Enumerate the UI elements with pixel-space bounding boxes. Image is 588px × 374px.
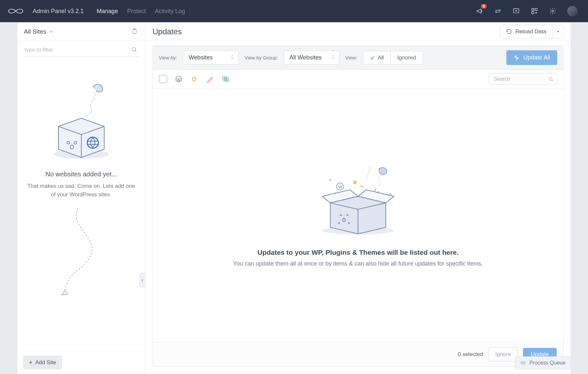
- main-empty-title: Updates to your WP, Plugins & Themes wil…: [257, 249, 459, 256]
- search-icon: [131, 47, 137, 54]
- sort-icon: [331, 54, 335, 61]
- selected-count: 0 selected: [458, 351, 483, 358]
- user-avatar[interactable]: [567, 6, 578, 16]
- filter-bar: View by: Websites View by Group: All Web…: [153, 46, 563, 70]
- update-all-button[interactable]: Update All: [506, 50, 557, 65]
- sidebar-filter-row: [17, 41, 145, 59]
- svg-point-7: [132, 47, 136, 51]
- plugin-filter-icon[interactable]: [190, 75, 199, 83]
- svg-rect-3: [532, 12, 534, 14]
- clipboard-icon[interactable]: [131, 28, 139, 35]
- notification-badge: 5: [481, 4, 487, 8]
- view-by-label: View by:: [159, 55, 177, 60]
- empty-box-illustration: [45, 79, 117, 164]
- sidebar-collapse-handle[interactable]: [139, 273, 145, 287]
- announcements-icon[interactable]: 5: [476, 7, 483, 15]
- svg-rect-1: [532, 8, 534, 10]
- view-label: View:: [345, 55, 357, 60]
- queue-icon: [520, 361, 526, 365]
- select-all-checkbox[interactable]: [159, 75, 167, 83]
- apps-icon[interactable]: [531, 7, 538, 15]
- nav-activity-log[interactable]: Activity Log: [155, 8, 185, 15]
- main-header: Updates Reload Data: [145, 23, 571, 41]
- pointer-click-icon: [514, 55, 520, 61]
- segment-ignored[interactable]: Ignored: [390, 51, 423, 64]
- top-icon-group: 5: [476, 6, 578, 16]
- sidebar-empty-title: No websites added yet...: [45, 171, 117, 178]
- sidebar-footer: + Add Site: [17, 351, 145, 374]
- update-all-label: Update All: [523, 54, 550, 61]
- view-by-value: Websites: [188, 54, 213, 61]
- main-empty-state: Updates to your WP, Plugins & Themes wil…: [153, 89, 563, 342]
- sidebar-title-text: All Sites: [24, 28, 46, 35]
- message-icon[interactable]: [512, 7, 520, 15]
- process-queue-button[interactable]: Process Queue: [515, 356, 571, 369]
- segment-all[interactable]: All: [363, 51, 390, 64]
- plus-icon: +: [29, 359, 33, 366]
- settings-icon[interactable]: [549, 7, 557, 15]
- sidebar-filter-input[interactable]: [24, 43, 139, 57]
- reload-label: Reload Data: [515, 28, 546, 35]
- arrow-illustration: [49, 205, 114, 303]
- add-site-button[interactable]: + Add Site: [23, 356, 62, 369]
- search-input[interactable]: [494, 76, 545, 82]
- view-by-select[interactable]: Websites: [183, 51, 238, 65]
- top-bar: Admin Panel v3.2.1 Manage Protect Activi…: [0, 0, 588, 22]
- view-group-select[interactable]: All Websites: [284, 51, 339, 65]
- toolbar-row: [153, 70, 563, 89]
- nav-manage[interactable]: Manage: [97, 8, 118, 15]
- reload-dropdown-toggle[interactable]: [552, 25, 563, 38]
- main-panel: Updates Reload Data View by: Websites: [145, 23, 571, 374]
- process-queue-label: Process Queue: [530, 360, 565, 366]
- search-box: [489, 73, 557, 85]
- ignore-button[interactable]: Ignore: [488, 348, 518, 361]
- sidebar-empty-state: No websites added yet... That makes us s…: [17, 59, 145, 351]
- segment-all-label: All: [378, 55, 384, 61]
- caret-down-icon: [556, 30, 560, 33]
- add-site-label: Add Site: [35, 359, 56, 366]
- main-wrap: All Sites: [17, 22, 571, 374]
- reload-data-button[interactable]: Reload Data: [500, 25, 552, 38]
- svg-point-4: [552, 10, 554, 12]
- svg-rect-2: [535, 8, 537, 10]
- segment-ignored-label: Ignored: [397, 55, 416, 61]
- view-segment: All Ignored: [363, 51, 423, 65]
- wordpress-filter-icon[interactable]: [174, 75, 183, 83]
- chevron-down-icon: [49, 29, 54, 34]
- updates-card: View by: Websites View by Group: All Web…: [153, 45, 564, 367]
- reload-button-group: Reload Data: [500, 25, 564, 39]
- bottom-bar: Process Queue: [515, 353, 571, 374]
- card-footer: 0 selected Ignore Update: [153, 342, 563, 366]
- brand-title: Admin Panel v3.2.1: [33, 8, 84, 15]
- sort-icon: [230, 54, 234, 61]
- chevron-left-icon: [141, 278, 144, 283]
- sidebar-title-dropdown[interactable]: All Sites: [24, 28, 54, 35]
- view-group-label: View by Group:: [244, 55, 278, 60]
- svg-point-21: [330, 179, 331, 181]
- open-box-illustration: [309, 164, 407, 239]
- reload-icon: [506, 29, 512, 35]
- check-icon: [370, 55, 375, 60]
- sidebar-empty-subtitle: That makes us sad. Come on. Lets add one…: [27, 182, 135, 199]
- view-group-value: All Websites: [289, 54, 322, 61]
- sidebar-header: All Sites: [17, 23, 145, 41]
- sync-icon[interactable]: [494, 7, 502, 15]
- top-nav: Manage Protect Activity Log: [97, 8, 185, 15]
- nav-protect[interactable]: Protect: [127, 8, 146, 15]
- translation-filter-icon[interactable]: [221, 75, 230, 83]
- search-icon: [548, 77, 554, 83]
- svg-point-18: [549, 77, 552, 80]
- theme-filter-icon[interactable]: [206, 75, 214, 83]
- page-title: Updates: [153, 27, 182, 36]
- sidebar: All Sites: [17, 23, 145, 374]
- main-empty-subtitle: You can update them all at once or by it…: [233, 260, 483, 267]
- logo-icon: [7, 7, 26, 16]
